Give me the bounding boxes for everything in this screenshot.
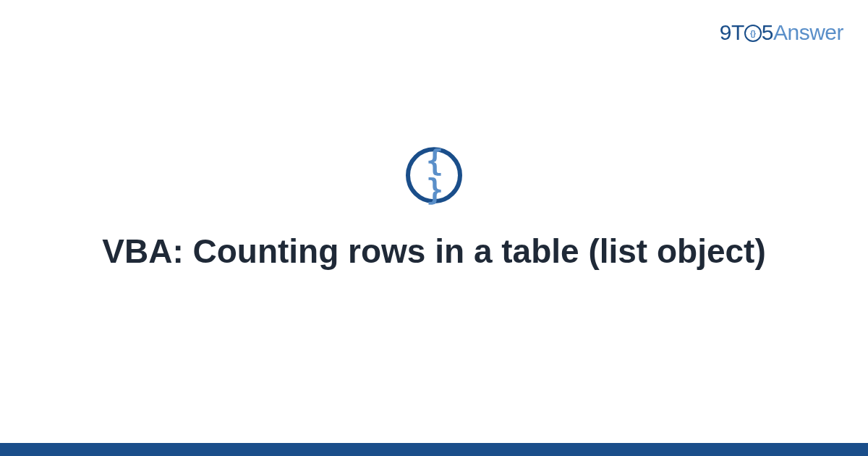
logo-o-icon: {} bbox=[744, 25, 762, 42]
braces-glyph: { } bbox=[410, 146, 458, 204]
page-title: VBA: Counting rows in a table (list obje… bbox=[0, 231, 868, 273]
footer-bar bbox=[0, 443, 868, 456]
logo-t: T bbox=[731, 20, 744, 44]
site-logo: 9T{}5Answer bbox=[720, 20, 843, 45]
main-content: { } VBA: Counting rows in a table (list … bbox=[0, 147, 868, 273]
curly-braces-icon: { } bbox=[406, 147, 462, 203]
logo-nine: 9 bbox=[720, 20, 731, 44]
logo-answer: Answer bbox=[773, 20, 843, 44]
logo-five: 5 bbox=[762, 20, 773, 44]
